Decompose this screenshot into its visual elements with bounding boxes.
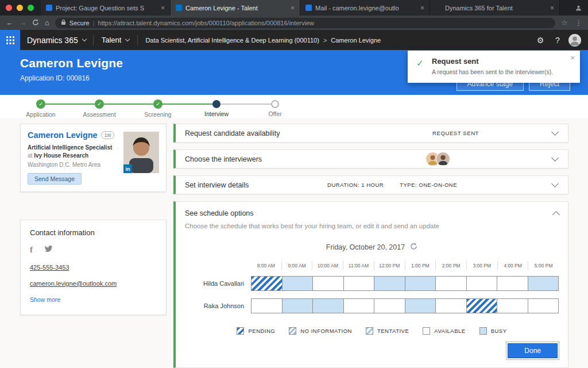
stage-dot: ✓ [36,99,45,109]
breadcrumb-candidate-link[interactable]: Cameron Levigne [331,37,381,44]
tab-title: Dynamics 365 for Talent [445,5,547,12]
browser-tab-dynamics[interactable]: Dynamics 365 for Talent × [430,0,560,16]
schedule-cell[interactable] [497,276,528,291]
settings-gear-icon[interactable]: ⚙ [532,36,549,45]
schedule-cell[interactable] [405,298,436,313]
schedule-cell[interactable] [374,298,405,313]
browser-tab-mail[interactable]: Mail - cameron.levigne@outlo × [300,0,430,16]
schedule-cell[interactable] [436,298,467,313]
schedule-cell[interactable] [467,276,498,291]
schedule-cell[interactable] [497,298,528,313]
stage-screening[interactable]: ✓ Screening [129,95,187,118]
interviewer-name: Raka Johnson [185,302,251,309]
brand-menu[interactable]: Dynamics 365 [20,36,93,45]
duration-label: DURATION: 1 HOUR [327,182,384,188]
tab-title: Cameron Levigne - Talent [185,5,287,12]
schedule-cell[interactable] [313,298,344,313]
app-menu[interactable]: Talent [94,36,138,44]
chevron-down-icon[interactable] [551,180,559,187]
candidate-name-link[interactable]: Cameron Levigne [28,131,98,140]
chevron-down-icon [125,37,130,41]
reload-icon[interactable] [32,19,39,27]
interviewer-row: Hilda Cavallari [185,276,559,291]
twitter-icon[interactable] [44,244,53,255]
phone-link[interactable]: 425-555-3453 [30,264,157,271]
browser-tab-project[interactable]: Project: Gauge Question sets S × [41,0,171,16]
address-bar[interactable]: Secure | https://attract.talent.dynamics… [55,18,555,28]
stage-label: Application [26,111,55,118]
section-title: Set interview details [185,181,249,189]
minimize-window-button[interactable] [17,5,23,11]
refresh-icon[interactable] [410,243,417,252]
chevron-down-icon[interactable] [551,128,559,136]
browser-menu-icon[interactable]: ⋮ [575,18,582,27]
macos-traffic-lights [0,0,41,16]
schedule-cell[interactable] [344,276,375,291]
candidate-photo: in [123,132,159,173]
schedule-cell[interactable] [467,298,498,313]
schedule-cell[interactable] [251,298,283,313]
breadcrumb-separator: > [323,37,327,44]
browser-profile-icon[interactable] [569,0,588,16]
stage-assessment[interactable]: ✓ Assessment [70,95,129,118]
send-message-button[interactable]: Send Message [28,173,82,185]
breadcrumb-job-link[interactable]: Data Scientist, Artificial Intelligence … [145,37,319,44]
tab-close-icon[interactable]: × [550,5,554,12]
show-more-link[interactable]: Show more [30,296,60,303]
schedule-cell[interactable] [283,298,314,313]
tab-close-icon[interactable]: × [161,5,165,12]
app-label: Talent [102,36,122,44]
accordion-schedule-options[interactable]: See schedule options [185,209,559,217]
zoom-window-button[interactable] [28,5,34,11]
bookmark-star-icon[interactable]: ☆ [561,18,568,27]
legend-swatch [289,327,296,335]
schedule-cell[interactable] [283,276,314,291]
tab-close-icon[interactable]: × [420,5,424,12]
schedule-cell[interactable] [436,276,467,291]
time-label: 9:00 AM [281,261,312,270]
url-text: https://attract.talent.dynamics.com/jobs… [98,20,314,26]
browser-tab-talent-active[interactable]: Cameron Levigne - Talent × [171,0,300,16]
request-sent-toast: ✓ Request sent A request has been sent t… [408,51,580,83]
home-icon[interactable]: ⌂ [45,19,49,26]
done-button[interactable]: Done [508,343,558,358]
legend-item: AVAILABLE [423,327,465,335]
user-avatar[interactable] [568,34,581,47]
schedule-cell[interactable] [528,276,559,291]
tab-close-icon[interactable]: × [291,5,295,12]
interviewer-name: Hilda Cavallari [185,280,251,287]
candidate-company: Ivy House Research [34,152,88,159]
time-label: 2:00 PM [435,261,466,270]
accordion-choose-interviewers[interactable]: Choose the interviewers [173,150,568,168]
stage-interview[interactable]: ✓ Interview [187,95,246,118]
schedule-cell[interactable] [528,298,559,313]
time-label: 8:00 AM [251,261,281,270]
chevron-down-icon[interactable] [551,154,559,162]
back-icon[interactable]: ← [6,19,13,26]
schedule-cell[interactable] [251,276,283,291]
schedule-cell[interactable] [374,276,405,291]
address-divider: | [93,20,95,26]
help-icon[interactable]: ? [549,36,566,45]
breadcrumb: Data Scientist, Artificial Intelligence … [138,37,381,44]
facebook-icon[interactable]: f [30,245,33,255]
linkedin-icon[interactable]: in [123,164,132,173]
time-label: 12:00 PM [374,261,405,270]
close-window-button[interactable] [6,5,12,11]
accordion-request-availability[interactable]: Request candidate availability REQUEST S… [173,124,568,143]
schedule-cell[interactable] [313,276,344,291]
stage-offer[interactable]: ✓ Offer [246,95,304,118]
forward-icon[interactable]: → [19,19,26,26]
chevron-up-icon[interactable] [552,211,560,218]
legend-item: TENTATIVE [366,327,409,335]
schedule-cell[interactable] [344,298,375,313]
stage-application[interactable]: ✓ Application [11,95,70,118]
legend-swatch [479,327,487,335]
email-link[interactable]: cameron.levigne@outlook.com [30,280,157,287]
accordion-interview-details[interactable]: Set interview details DURATION: 1 HOUR T… [173,175,568,194]
connection-degree-badge: 1st [101,131,114,139]
schedule-cell[interactable] [405,276,436,291]
app-launcher-waffle-icon[interactable] [0,30,20,50]
stage-label: Assessment [83,111,115,118]
close-icon[interactable]: × [570,53,575,62]
